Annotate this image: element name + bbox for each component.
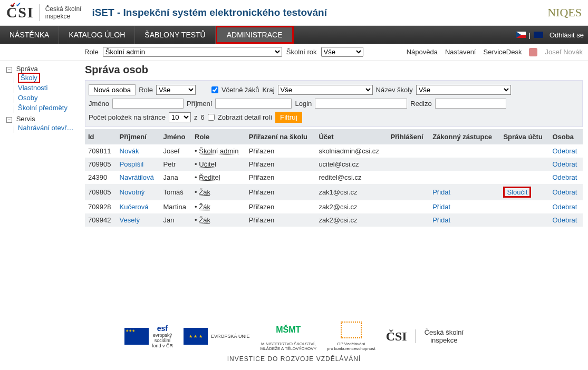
tree-toggle-icon[interactable]: − (6, 67, 12, 73)
table-cell[interactable]: Odebrat (549, 200, 583, 213)
sidebar-item-vlastnosti[interactable]: Vlastnosti (18, 84, 47, 92)
table-cell[interactable]: Novák (117, 144, 160, 158)
table-cell: Přiřazen (246, 200, 316, 213)
table-cell: Ředitel (191, 171, 246, 184)
page-title: Správa osob (85, 64, 583, 76)
table-cell: Žák (191, 213, 246, 227)
logout-link[interactable]: Odhlásit se (550, 31, 584, 39)
table-cell[interactable]: Odebrat (549, 184, 583, 200)
table-cell: Učitel (191, 158, 246, 171)
filter-role-select[interactable]: Vše (156, 85, 196, 95)
table-cell: 709942 (85, 213, 117, 227)
perpage-label: Počet položek na stránce (89, 113, 166, 121)
table-cell[interactable]: Odebrat (549, 144, 583, 158)
role-label: Role (84, 48, 99, 56)
table-cell[interactable]: Novotný (117, 184, 160, 200)
year-label: Školní rok (286, 48, 317, 56)
show-role-detail-checkbox[interactable] (208, 114, 215, 121)
column-header[interactable]: Role (191, 129, 246, 144)
app-header: ✔✔ ČSI Česká školní inspekce iSET - Insp… (0, 0, 588, 26)
table-cell[interactable]: Kučerová (117, 200, 160, 213)
nav-sablony[interactable]: ŠABLONY TESTŮ (135, 26, 215, 44)
column-header[interactable]: Příjmení (117, 129, 160, 144)
table-cell[interactable]: Přidat (429, 200, 500, 213)
filter-role-label: Role (139, 86, 153, 94)
new-person-button[interactable]: Nová osoba (89, 84, 136, 95)
table-cell (387, 213, 429, 227)
sidebar-item-osoby[interactable]: Osoby (18, 94, 38, 102)
column-header[interactable]: Id (85, 129, 117, 144)
school-name-select[interactable]: Vše (416, 85, 511, 95)
redizo-input[interactable] (435, 99, 506, 109)
sidebar-item-nahravani[interactable]: Nahrávání otevř… (18, 124, 74, 132)
settings-link[interactable]: Nastavení (445, 48, 476, 56)
table-cell[interactable]: Odebrat (549, 158, 583, 171)
table-cell[interactable]: Odebrat (549, 171, 583, 184)
column-header[interactable]: Zákonný zástupce (429, 129, 500, 144)
login-label: Login (295, 100, 312, 108)
kraj-label: Kraj (262, 86, 274, 94)
table-row: 24390NavrátilováJanaŘeditelPřiřazenredit… (85, 171, 583, 184)
table-cell (429, 144, 500, 158)
table-cell: 24390 (85, 171, 117, 184)
table-cell[interactable]: Veselý (117, 213, 160, 227)
table-cell: Tomáš (160, 184, 192, 200)
table-cell: Školní admin (191, 144, 246, 158)
table-cell[interactable]: Pospíšil (117, 158, 160, 171)
table-row: 709905PospíšilPetrUčitelPřiřazenucitel@c… (85, 158, 583, 171)
op-logo: OP Vzdělávání pro konkurenceschopnost (327, 322, 375, 351)
content-area: Správa osob Nová osoba Role Vše Včetně ž… (82, 61, 588, 227)
year-select[interactable]: Vše (321, 47, 363, 57)
table-row: 709942VeselýJanŽákPřiřazenzak2@csi.czPři… (85, 213, 583, 227)
perpage-select[interactable]: 10 (169, 112, 191, 122)
jmeno-input[interactable] (112, 99, 184, 109)
column-header[interactable]: Přihlášení (387, 129, 429, 144)
msmt-logo: MŠMT MINISTERSTVO ŠKOLSTVÍ, MLÁDEŽE A TĚ… (260, 322, 316, 351)
nav-katalog[interactable]: KATALOG ÚLOH (59, 26, 135, 44)
table-cell: skolniadmin@csi.cz (315, 144, 387, 158)
sidebar-item-predmety[interactable]: Školní předměty (18, 104, 68, 112)
table-cell (387, 158, 429, 171)
table-cell: 709811 (85, 144, 117, 158)
login-input[interactable] (315, 99, 407, 109)
eu-logo: ★ ★ ★ EVROPSKÁ UNIE (184, 328, 250, 345)
filter-button[interactable]: Filtruj (275, 112, 302, 123)
table-cell (500, 171, 549, 184)
kraj-select[interactable]: Vše (278, 85, 373, 95)
column-header[interactable]: Jméno (160, 129, 192, 144)
footer: ★★★ esfevropský sociální fond v ČR ★ ★ ★… (0, 227, 588, 370)
column-header[interactable]: Účet (315, 129, 387, 144)
nav-nastenka[interactable]: NÁSTĚNKA (0, 26, 59, 44)
table-cell: Žák (191, 200, 246, 213)
esf-logo: ★★★ esfevropský sociální fond v ČR (124, 324, 173, 348)
sidebar-item-skoly[interactable]: Školy (18, 73, 40, 83)
sub-toolbar: Role Školní admin Školní rok Vše Nápověd… (0, 44, 588, 61)
tree-sprava[interactable]: Správa (16, 65, 38, 73)
table-cell[interactable]: Přidat (429, 184, 500, 200)
servicedesk-link[interactable]: ServiceDesk (483, 48, 522, 56)
include-pupils-checkbox[interactable] (211, 86, 218, 93)
table-cell (387, 200, 429, 213)
flag-cz-icon[interactable] (516, 32, 526, 38)
csi-footer-logo: ČSI Česká školní inspekce (386, 328, 464, 344)
table-cell (387, 184, 429, 200)
redizo-label: Redizo (410, 100, 431, 108)
help-link[interactable]: Nápověda (407, 48, 438, 56)
table-cell[interactable]: Sloučit (500, 184, 549, 200)
column-header[interactable]: Osoba (549, 129, 583, 144)
tree-toggle-icon[interactable]: − (6, 117, 12, 123)
filter-panel: Nová osoba Role Vše Včetně žáků Kraj Vše… (85, 80, 583, 127)
prijmeni-input[interactable] (215, 99, 292, 109)
tree-servis[interactable]: Servis (16, 115, 35, 123)
table-cell[interactable]: Přidat (429, 213, 500, 227)
column-header[interactable]: Správa účtu (500, 129, 549, 144)
role-select[interactable]: Školní admin (103, 47, 282, 57)
nav-administrace[interactable]: ADMINISTRACE (216, 26, 294, 44)
column-header[interactable]: Přiřazení na školu (246, 129, 316, 144)
table-cell: Žák (191, 184, 246, 200)
table-cell (387, 171, 429, 184)
flag-uk-icon[interactable] (534, 32, 543, 38)
table-cell[interactable]: Odebrat (549, 213, 583, 227)
table-row: 709805NovotnýTomášŽákPřiřazenzak1@csi.cz… (85, 184, 583, 200)
table-cell[interactable]: Navrátilová (117, 171, 160, 184)
